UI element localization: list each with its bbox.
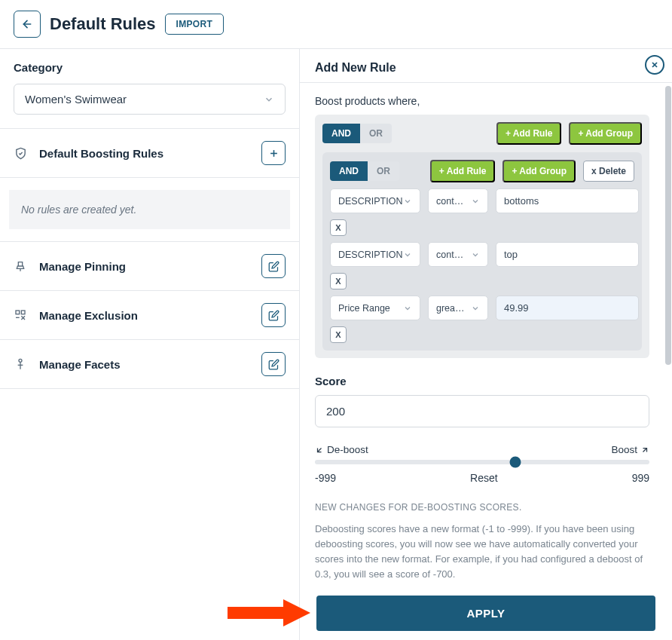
condition-field-value: DESCRIPTION: [338, 196, 402, 207]
deboost-note-body1: Deboosting scores have a new format (-1 …: [315, 522, 649, 583]
exclusion-header: Manage Exclusion: [0, 291, 299, 340]
deboost-note-title: NEW CHANGES FOR DE-BOOSTING SCORES.: [315, 502, 649, 513]
condition-row: Price Range grea…: [330, 296, 634, 320]
reset-score-button[interactable]: Reset: [470, 472, 498, 484]
facets-title: Manage Facets: [39, 358, 121, 371]
edit-icon: [268, 261, 279, 272]
arrow-down-left-icon: [315, 446, 324, 455]
svg-rect-4: [16, 311, 20, 314]
empty-rules-message: No rules are created yet.: [9, 190, 290, 229]
panel-title: Add New Rule: [315, 61, 396, 75]
svg-rect-5: [21, 311, 25, 314]
delete-group-button[interactable]: x Delete: [583, 161, 634, 182]
edit-facets-button[interactable]: [261, 352, 286, 376]
outer-or-toggle[interactable]: OR: [360, 124, 392, 143]
edit-icon: [268, 310, 279, 321]
pinning-title: Manage Pinning: [39, 260, 126, 273]
chevron-down-icon: [403, 197, 412, 206]
edit-icon: [268, 359, 279, 370]
facets-icon: [14, 358, 27, 370]
score-slider[interactable]: [315, 460, 649, 464]
svg-point-9: [19, 359, 22, 362]
inner-logic-toggle[interactable]: AND OR: [330, 161, 399, 181]
page-header: Default Rules IMPORT: [0, 0, 672, 48]
boost-subheading: Boost products where,: [315, 95, 649, 107]
svg-line-14: [318, 448, 322, 452]
rule-group: AND OR + Add Rule + Add Group x Delete D…: [322, 152, 642, 351]
add-boosting-rule-button[interactable]: [261, 141, 286, 165]
import-button[interactable]: IMPORT: [165, 14, 224, 35]
score-slider-thumb[interactable]: [510, 457, 521, 468]
boosting-header: Default Boosting Rules: [0, 129, 299, 178]
condition-operator-select[interactable]: grea…: [428, 296, 488, 320]
slider-max-label: 999: [632, 472, 649, 484]
facets-header: Manage Facets: [0, 340, 299, 389]
apply-bar: APPLY: [300, 585, 672, 640]
condition-operator-select[interactable]: cont…: [428, 242, 488, 267]
svg-line-15: [643, 448, 647, 452]
condition-value-input[interactable]: [496, 296, 639, 320]
outer-add-group-button[interactable]: + Add Group: [569, 122, 642, 145]
close-icon: [650, 60, 659, 69]
condition-operator-value: cont…: [436, 196, 463, 207]
category-value: Women's Swimwear: [25, 93, 127, 106]
apply-button[interactable]: APPLY: [316, 596, 655, 631]
panel-scroll-area: Boost products where, AND OR + Add Rule …: [300, 83, 664, 585]
condition-value-input[interactable]: [496, 242, 639, 267]
chevron-down-icon: [471, 250, 480, 259]
inner-add-group-button[interactable]: + Add Group: [502, 160, 576, 182]
condition-field-select[interactable]: DESCRIPTION: [330, 242, 420, 267]
scrollbar-track[interactable]: [664, 83, 672, 585]
condition-field-value: DESCRIPTION: [338, 250, 402, 260]
edit-pinning-button[interactable]: [261, 254, 286, 278]
score-input[interactable]: [315, 395, 649, 427]
condition-field-select[interactable]: Price Range: [330, 296, 420, 320]
chevron-down-icon: [264, 94, 274, 105]
delete-condition-button[interactable]: X: [330, 273, 347, 289]
exclusion-icon: [14, 309, 27, 321]
condition-field-select[interactable]: DESCRIPTION: [330, 188, 420, 213]
delete-condition-button[interactable]: X: [330, 219, 347, 236]
chevron-down-icon: [403, 304, 412, 313]
arrow-up-right-icon: [640, 446, 649, 455]
condition-field-value: Price Range: [338, 303, 390, 314]
category-select[interactable]: Women's Swimwear: [14, 84, 286, 115]
scrollbar-thumb[interactable]: [665, 86, 671, 365]
inner-add-rule-button[interactable]: + Add Rule: [430, 160, 496, 182]
boost-label: Boost: [611, 444, 649, 455]
arrow-left-icon: [21, 18, 33, 30]
shield-icon: [14, 147, 27, 160]
outer-logic-toggle[interactable]: AND OR: [322, 124, 392, 143]
condition-value-input[interactable]: [496, 188, 639, 213]
deboost-label: De-boost: [315, 444, 368, 455]
condition-operator-value: grea…: [436, 303, 465, 314]
category-label: Category: [14, 61, 286, 74]
category-block: Category Women's Swimwear: [0, 49, 299, 129]
plus-icon: [268, 148, 279, 159]
pinning-header: Manage Pinning: [0, 241, 299, 291]
page-title: Default Rules: [50, 14, 156, 34]
close-panel-button[interactable]: [645, 55, 664, 75]
rule-builder: AND OR + Add Rule + Add Group AND OR: [315, 115, 649, 358]
edit-exclusion-button[interactable]: [261, 303, 286, 327]
condition-row: DESCRIPTION cont…: [330, 242, 634, 267]
chevron-down-icon: [471, 304, 480, 313]
boosting-title: Default Boosting Rules: [39, 147, 163, 160]
right-panel: Add New Rule Boost products where, AND O…: [300, 49, 672, 640]
exclusion-title: Manage Exclusion: [39, 309, 138, 322]
left-panel: Category Women's Swimwear Default Boosti…: [0, 49, 300, 640]
chevron-down-icon: [403, 250, 412, 259]
condition-row: DESCRIPTION cont…: [330, 188, 634, 213]
score-label: Score: [315, 375, 649, 387]
condition-operator-value: cont…: [436, 250, 463, 260]
condition-operator-select[interactable]: cont…: [428, 188, 488, 213]
inner-or-toggle[interactable]: OR: [368, 161, 399, 181]
delete-condition-button[interactable]: X: [330, 326, 347, 343]
inner-and-toggle[interactable]: AND: [330, 161, 368, 181]
chevron-down-icon: [471, 197, 480, 206]
slider-min-label: -999: [315, 472, 336, 484]
back-button[interactable]: [14, 11, 41, 38]
outer-add-rule-button[interactable]: + Add Rule: [496, 122, 562, 145]
pin-icon: [14, 260, 27, 272]
outer-and-toggle[interactable]: AND: [322, 124, 360, 143]
